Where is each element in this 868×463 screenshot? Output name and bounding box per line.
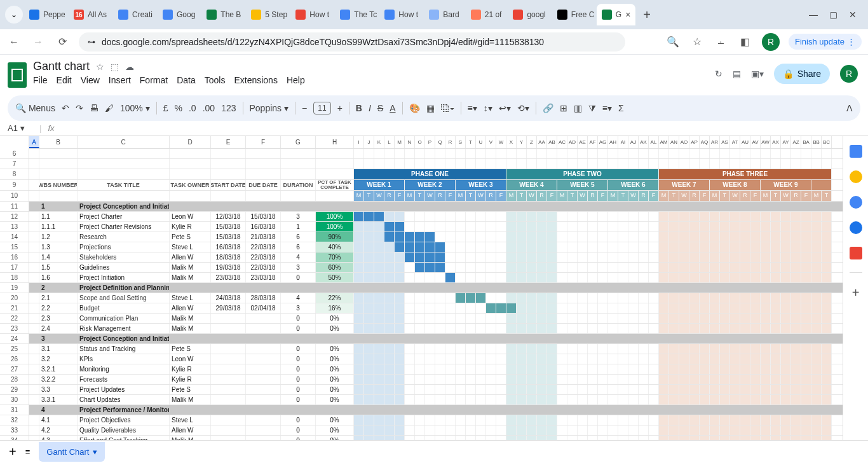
- col-header-AH[interactable]: AH: [608, 136, 618, 148]
- menu-edit[interactable]: Edit: [57, 75, 72, 85]
- menu-tools[interactable]: Tools: [205, 75, 226, 85]
- col-header-AC[interactable]: AC: [557, 136, 567, 148]
- col-header-G[interactable]: G: [281, 136, 316, 148]
- col-header-AE[interactable]: AE: [578, 136, 588, 148]
- new-tab-button[interactable]: +: [637, 8, 657, 22]
- paint-format-icon[interactable]: 🖌: [105, 103, 114, 113]
- contacts-icon[interactable]: [850, 221, 862, 234]
- row-header-22[interactable]: 22: [0, 314, 29, 324]
- share-button[interactable]: 🔒 Share: [774, 64, 830, 84]
- all-sheets-icon[interactable]: ≡: [25, 447, 31, 457]
- row-header-13[interactable]: 13: [0, 222, 29, 232]
- browser-tab-8[interactable]: How t: [379, 4, 423, 25]
- col-header-AP[interactable]: AP: [689, 136, 700, 148]
- col-header-AO[interactable]: AO: [679, 136, 689, 148]
- extensions-icon[interactable]: ⫠: [714, 36, 729, 48]
- col-header-E[interactable]: E: [211, 136, 246, 148]
- minimize-icon[interactable]: —: [809, 10, 818, 20]
- col-header-AL[interactable]: AL: [649, 136, 659, 148]
- bold-icon[interactable]: B: [356, 103, 362, 113]
- row-header-20[interactable]: 20: [0, 293, 29, 303]
- col-header-AJ[interactable]: AJ: [628, 136, 639, 148]
- row-header-24[interactable]: 24−: [0, 334, 29, 344]
- row-header-8[interactable]: 8: [0, 169, 29, 180]
- col-header-J[interactable]: J: [364, 136, 374, 148]
- col-header-AX[interactable]: AX: [771, 136, 781, 148]
- col-header-I[interactable]: I: [354, 136, 364, 148]
- row-header-15[interactable]: 15: [0, 242, 29, 252]
- maps-icon[interactable]: [850, 247, 862, 259]
- add-panel-icon[interactable]: +: [852, 286, 860, 300]
- increase-decimal-icon[interactable]: .00: [203, 103, 215, 113]
- name-box[interactable]: A1 ▾: [8, 123, 39, 133]
- browser-tab-10[interactable]: 21 of: [466, 4, 507, 25]
- comment-add-icon[interactable]: ⊞: [560, 103, 567, 113]
- site-info-icon[interactable]: ⊶: [88, 38, 95, 46]
- col-header-Z[interactable]: Z: [527, 136, 537, 148]
- row-header-27[interactable]: 27: [0, 364, 29, 375]
- col-header-M[interactable]: M: [395, 136, 405, 148]
- browser-tab-6[interactable]: How t: [290, 4, 334, 25]
- history-icon[interactable]: ↻: [715, 69, 722, 79]
- browser-tab-3[interactable]: Goog: [158, 4, 200, 25]
- row-header-25[interactable]: 25: [0, 344, 29, 354]
- keep-icon[interactable]: [850, 170, 862, 183]
- browser-tab-0[interactable]: Peppe: [24, 4, 67, 25]
- col-header-BC[interactable]: BC: [822, 136, 832, 148]
- chart-icon[interactable]: ▥: [574, 103, 582, 113]
- row-header-14[interactable]: 14: [0, 232, 29, 242]
- col-header-U[interactable]: U: [476, 136, 486, 148]
- row-header-26[interactable]: 26: [0, 354, 29, 364]
- col-header-L[interactable]: L: [384, 136, 395, 148]
- maximize-icon[interactable]: ▢: [829, 10, 837, 20]
- col-header-P[interactable]: P: [425, 136, 435, 148]
- menu-view[interactable]: View: [81, 75, 100, 85]
- browser-tab-5[interactable]: 5 Step: [246, 4, 289, 25]
- redo-icon[interactable]: ↷: [76, 103, 83, 113]
- row-header-28[interactable]: 28: [0, 375, 29, 385]
- col-header-AZ[interactable]: AZ: [791, 136, 801, 148]
- sheet-tab-gantt[interactable]: Gantt Chart ▾: [39, 442, 105, 462]
- col-header-Q[interactable]: Q: [435, 136, 445, 148]
- col-header-K[interactable]: K: [374, 136, 384, 148]
- col-header-AI[interactable]: AI: [618, 136, 628, 148]
- finish-update-button[interactable]: Finish update⋮: [789, 34, 862, 50]
- row-header-29[interactable]: 29: [0, 385, 29, 395]
- row-header-30[interactable]: 30: [0, 395, 29, 405]
- col-header-Y[interactable]: Y: [517, 136, 527, 148]
- col-header-AR[interactable]: AR: [710, 136, 720, 148]
- forward-icon[interactable]: →: [31, 36, 46, 48]
- col-header-C[interactable]: C: [78, 136, 170, 148]
- col-header-AB[interactable]: AB: [547, 136, 557, 148]
- col-header-BA[interactable]: BA: [801, 136, 811, 148]
- browser-tab-7[interactable]: The Tc: [335, 4, 378, 25]
- menu-format[interactable]: Format: [140, 75, 168, 85]
- col-header-F[interactable]: F: [246, 136, 281, 148]
- row-header-33[interactable]: 33: [0, 425, 29, 436]
- meet-icon[interactable]: ▣▾: [751, 69, 764, 79]
- row-header-23[interactable]: 23: [0, 324, 29, 334]
- col-header-W[interactable]: W: [496, 136, 506, 148]
- browser-tab-11[interactable]: googl: [508, 4, 550, 25]
- row-header-19[interactable]: 19−: [0, 283, 29, 293]
- collapse-toolbar-icon[interactable]: ᐱ: [846, 103, 853, 113]
- rotate-icon[interactable]: ⟲▾: [517, 103, 529, 113]
- col-header-BB[interactable]: BB: [811, 136, 822, 148]
- col-header-H[interactable]: H: [316, 136, 354, 148]
- col-header-AU[interactable]: AU: [740, 136, 750, 148]
- col-header-O[interactable]: O: [415, 136, 425, 148]
- fill-color-icon[interactable]: 🎨: [409, 103, 420, 113]
- col-header-AK[interactable]: AK: [639, 136, 649, 148]
- browser-tab-4[interactable]: The B: [201, 4, 245, 25]
- bookmark-icon[interactable]: ☆: [689, 36, 705, 48]
- currency-icon[interactable]: £: [163, 103, 168, 113]
- browser-tab-13[interactable]: G×: [597, 4, 636, 25]
- col-header-R[interactable]: R: [445, 136, 456, 148]
- col-header-AY[interactable]: AY: [781, 136, 791, 148]
- tab-close-icon[interactable]: ×: [625, 10, 630, 20]
- more-formats-icon[interactable]: 123: [221, 103, 236, 113]
- spreadsheet-grid[interactable]: 67891011−1213141516171819−2021222324−252…: [0, 136, 843, 440]
- move-icon[interactable]: ⬚: [111, 62, 119, 72]
- account-avatar[interactable]: R: [840, 65, 858, 83]
- tasks-icon[interactable]: [850, 196, 862, 209]
